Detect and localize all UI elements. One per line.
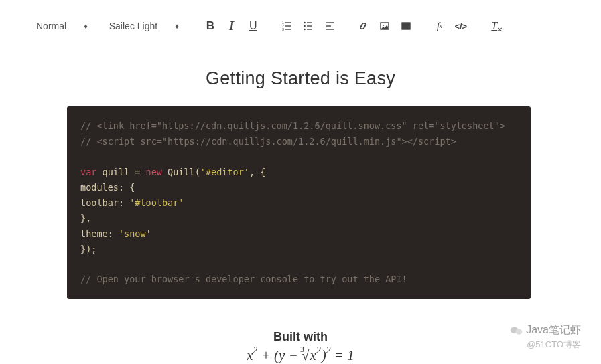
chevron-down-icon: ♦ (175, 22, 179, 30)
chevron-down-icon: ♦ (84, 22, 88, 30)
code-line: var quill = new Quill('#editor', { (80, 165, 517, 180)
code-line: }, (80, 211, 517, 226)
watermark: Java笔记虾 @51CTO博客 (510, 323, 581, 351)
code-line (80, 149, 517, 165)
editor-toolbar: Normal ♦ Sailec Light ♦ B I U 123 fx </>… (0, 0, 601, 36)
watermark-brand: Java笔记虾 (510, 323, 581, 337)
code-line: // Open your browser's developer console… (80, 272, 517, 287)
watermark-sub: @51CTO博客 (510, 339, 581, 351)
code-line: theme: 'snow' (80, 226, 517, 242)
clean-format-button[interactable]: T✕ (488, 20, 500, 32)
editor-content[interactable]: Getting Started is Easy // <link href="h… (0, 36, 601, 364)
video-button[interactable] (400, 20, 412, 32)
italic-button[interactable]: I (226, 20, 238, 32)
align-button[interactable] (324, 20, 336, 32)
code-block: // <link href="https://cdn.quilljs.com/1… (67, 106, 531, 299)
underline-button[interactable]: U (247, 20, 259, 32)
bold-button[interactable]: B (204, 20, 216, 32)
code-line: // <link href="https://cdn.quilljs.com/1… (80, 118, 517, 134)
font-picker-label: Sailec Light (109, 21, 157, 31)
code-line (80, 256, 517, 272)
svg-point-9 (304, 22, 306, 24)
header-picker[interactable]: Normal ♦ (36, 21, 88, 31)
code-line: modules: { (80, 180, 517, 195)
list-bullet-button[interactable] (302, 20, 314, 32)
built-with-section: Built with x2 + (y − 3√x2)2 = 1 (36, 330, 565, 364)
svg-point-10 (304, 25, 306, 27)
list-ordered-button[interactable]: 123 (281, 20, 293, 32)
wechat-icon (510, 325, 523, 337)
svg-text:3: 3 (282, 27, 284, 31)
code-line: toolbar: '#toolbar' (80, 195, 517, 211)
link-button[interactable] (357, 20, 369, 32)
code-block-button[interactable]: </> (455, 20, 467, 32)
svg-point-20 (516, 329, 523, 334)
svg-point-16 (383, 25, 384, 26)
header-picker-label: Normal (36, 21, 66, 31)
svg-point-11 (304, 29, 306, 31)
formula-button[interactable]: fx (433, 20, 446, 32)
image-button[interactable] (379, 20, 391, 32)
code-line: // <script src="https://cdn.quilljs.com/… (80, 134, 517, 149)
page-heading: Getting Started is Easy (36, 68, 565, 89)
font-picker[interactable]: Sailec Light ♦ (109, 21, 179, 31)
built-with-label: Built with (36, 330, 565, 344)
math-formula: x2 + (y − 3√x2)2 = 1 (36, 347, 565, 364)
code-line: }); (80, 242, 517, 257)
svg-rect-18 (402, 23, 410, 29)
